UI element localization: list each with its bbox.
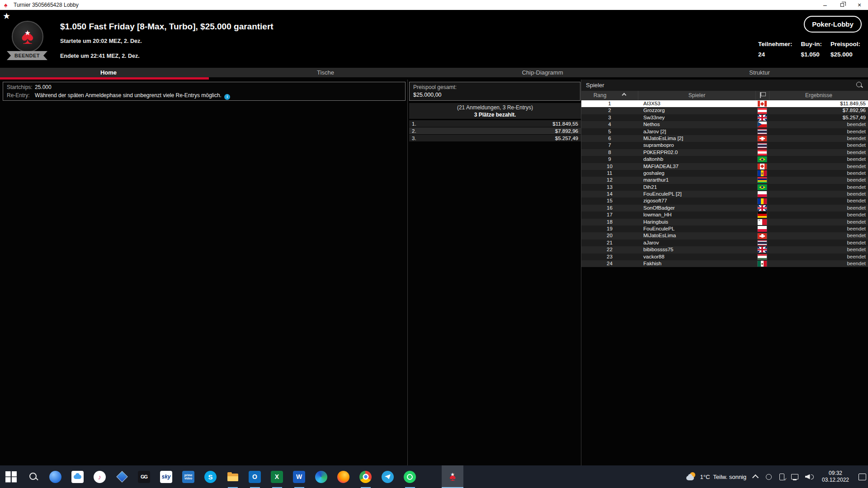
player-row-8[interactable]: 8P0KERPR02.0beendet bbox=[581, 149, 868, 156]
player-row-19[interactable]: 19FouEnculePLbeendet bbox=[581, 225, 868, 232]
flag-mu-icon bbox=[758, 177, 767, 183]
taskbar-edge-icon[interactable] bbox=[310, 465, 332, 488]
player-row-24[interactable]: 24Fakhishbeendet bbox=[581, 260, 868, 267]
player-row-3[interactable]: 3Sw33ney$5.257,49 bbox=[581, 114, 868, 121]
player-row-6[interactable]: 6MiJatoEsLima [2]beendet bbox=[581, 135, 868, 142]
taskbar-file-explorer-icon[interactable] bbox=[222, 465, 244, 488]
player-rank: 16 bbox=[581, 205, 638, 211]
flag-mt-icon bbox=[758, 219, 767, 225]
player-row-4[interactable]: 4Nethosbeendet bbox=[581, 121, 868, 128]
tab-struktur[interactable]: Struktur bbox=[651, 68, 868, 77]
player-result: $7.892,96 bbox=[769, 107, 868, 114]
payout-rank: 3. bbox=[412, 135, 416, 142]
player-name: bibibossss75 bbox=[638, 246, 755, 253]
payout-row: 2.$7.892,96 bbox=[409, 127, 581, 135]
player-flag-cell bbox=[755, 122, 769, 127]
player-row-11[interactable]: 11goshalegbeendet bbox=[581, 170, 868, 177]
taskbar-excel-icon[interactable]: X bbox=[266, 465, 288, 488]
taskbar-itunes-icon[interactable]: ♪ bbox=[89, 465, 111, 488]
tournament-stats: Teilnehmer:24Buy-in:$1.050Preispool:$25.… bbox=[758, 41, 860, 58]
column-header-results[interactable]: Ergebnisse bbox=[769, 91, 868, 100]
player-row-13[interactable]: 13Dih21beendet bbox=[581, 184, 868, 191]
clock[interactable]: 09:32 03.12.2022 bbox=[820, 470, 851, 483]
tray-app-ring-icon[interactable] bbox=[764, 472, 773, 481]
taskbar-firefox-icon[interactable] bbox=[332, 465, 354, 488]
player-flag-cell bbox=[755, 219, 769, 225]
usb-eject-icon[interactable] bbox=[778, 472, 786, 481]
player-row-15[interactable]: 15zigosoft77beendet bbox=[581, 197, 868, 204]
taskbar-prime-video-icon[interactable]: primevideo bbox=[177, 465, 199, 488]
player-row-22[interactable]: 22bibibossss75beendet bbox=[581, 246, 868, 253]
network-icon[interactable] bbox=[791, 472, 799, 481]
taskbar-ggpoker-icon[interactable]: GG bbox=[133, 465, 155, 488]
info-icon[interactable]: i bbox=[224, 94, 230, 100]
taskbar-outlook-icon[interactable]: O bbox=[244, 465, 266, 488]
player-name: Haringbuis bbox=[638, 219, 755, 225]
weather-widget[interactable]: 1°C Teilw. sonnig bbox=[686, 472, 746, 482]
info-row: Re-Entry:Während der späten Anmeldephase… bbox=[3, 91, 405, 99]
column-header-rank[interactable]: Rang bbox=[581, 91, 638, 100]
volume-icon[interactable] bbox=[804, 472, 815, 481]
payout-row: 3.$5.257,49 bbox=[409, 135, 581, 142]
taskbar-chrome-icon[interactable] bbox=[354, 465, 377, 488]
player-name: Fakhish bbox=[638, 260, 755, 267]
taskbar-icloud-icon[interactable] bbox=[66, 465, 89, 488]
player-name: Dih21 bbox=[638, 184, 755, 191]
places-paid-line: 3 Plätze bezahlt. bbox=[409, 111, 581, 118]
player-row-1[interactable]: 1AI3X53$11.849,55 bbox=[581, 100, 868, 107]
restore-button[interactable] bbox=[834, 0, 851, 10]
player-name: MiJatoEsLima [2] bbox=[638, 135, 755, 142]
player-name: AI3X53 bbox=[638, 100, 755, 107]
player-rank: 7 bbox=[581, 142, 638, 149]
player-row-7[interactable]: 7supramboprobeendet bbox=[581, 142, 868, 149]
taskbar-telegram-icon[interactable] bbox=[377, 465, 399, 488]
player-row-5[interactable]: 5aJarov [2]beendet bbox=[581, 128, 868, 135]
taskbar-signal-icon[interactable] bbox=[44, 465, 66, 488]
taskbar-search-icon[interactable] bbox=[22, 465, 44, 488]
favorite-star-icon[interactable]: ★ bbox=[3, 11, 10, 21]
taskbar-whatsapp-icon[interactable] bbox=[399, 465, 421, 488]
column-header-flag[interactable] bbox=[755, 91, 769, 100]
player-flag-cell bbox=[755, 261, 769, 267]
player-row-10[interactable]: 10MAFIADEAL37beendet bbox=[581, 163, 868, 170]
player-name: aJarov [2] bbox=[638, 128, 755, 135]
notification-center-icon[interactable] bbox=[858, 472, 866, 481]
player-result: beendet bbox=[769, 225, 868, 232]
taskbar-start-icon[interactable] bbox=[0, 465, 22, 488]
players-panel-title: Spieler bbox=[586, 80, 604, 91]
player-result: $11.849,55 bbox=[769, 100, 868, 107]
player-row-2[interactable]: 2Grozzorg$7.892,96 bbox=[581, 107, 868, 114]
taskbar-sky-go-icon[interactable]: sky bbox=[155, 465, 177, 488]
payout-rank: 1. bbox=[412, 120, 416, 127]
player-row-18[interactable]: 18Haringbuisbeendet bbox=[581, 219, 868, 225]
prizepool-box: Preispool gesamt: $25.000,00 bbox=[409, 82, 580, 101]
column-header-player[interactable]: Spieler bbox=[638, 91, 755, 100]
player-result: beendet bbox=[769, 177, 868, 183]
player-row-20[interactable]: 20MiJatoEsLimabeendet bbox=[581, 232, 868, 239]
poker-lobby-button[interactable]: Poker-Lobby bbox=[804, 16, 862, 33]
flag-column-icon bbox=[760, 92, 765, 98]
player-row-21[interactable]: 21aJarovbeendet bbox=[581, 239, 868, 246]
player-row-17[interactable]: 17lowman_HHbeendet bbox=[581, 211, 868, 218]
flag-th-icon bbox=[758, 240, 767, 246]
player-row-23[interactable]: 23vackor88beendet bbox=[581, 253, 868, 260]
player-row-16[interactable]: 16SonOfBadgerbeendet bbox=[581, 205, 868, 211]
taskbar-pokerstars-icon[interactable]: ♠★ bbox=[442, 465, 463, 488]
stat-value: $25.000 bbox=[830, 51, 860, 58]
tab-tische[interactable]: Tische bbox=[217, 68, 434, 77]
minimize-button[interactable]: – bbox=[816, 0, 834, 10]
tab-chip-diagramm[interactable]: Chip-Diagramm bbox=[434, 68, 651, 77]
tab-home[interactable]: Home bbox=[0, 68, 217, 77]
player-name: vackor88 bbox=[638, 253, 755, 260]
flag-ch-icon bbox=[758, 136, 767, 141]
search-icon[interactable] bbox=[856, 81, 863, 89]
taskbar-blue-diamond-app-icon[interactable] bbox=[111, 465, 133, 488]
player-row-14[interactable]: 14FouEnculePL [2]beendet bbox=[581, 191, 868, 197]
player-row-9[interactable]: 9daltonhbbeendet bbox=[581, 156, 868, 163]
taskbar-word-icon[interactable]: W bbox=[288, 465, 310, 488]
player-row-12[interactable]: 12mararthur1beendet bbox=[581, 177, 868, 183]
close-button[interactable]: × bbox=[851, 0, 868, 10]
tray-expand-icon[interactable] bbox=[751, 472, 760, 481]
weather-sun-cloud-icon bbox=[686, 472, 697, 482]
taskbar-skype-icon[interactable]: S bbox=[199, 465, 222, 488]
